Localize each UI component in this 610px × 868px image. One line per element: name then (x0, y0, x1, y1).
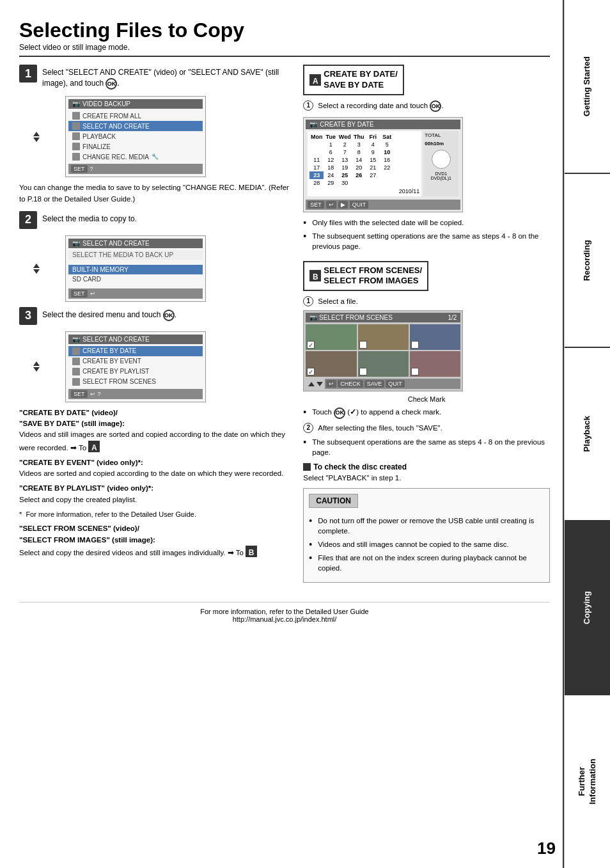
section-b-step1: 1 Select a file. (303, 296, 550, 306)
cal-hdr-sat: Sat (380, 133, 394, 141)
step3-menu-screenshot: 📷 SELECT AND CREATE CREATE BY DATE CREAT… (65, 331, 206, 402)
cbp-title: "CREATE BY PLAYLIST" (video only)*: (19, 484, 153, 492)
item-icon (72, 122, 80, 130)
footer: For more information, refer to the Detai… (19, 602, 550, 623)
scroll-arrows-2 (33, 264, 40, 274)
item-icon (72, 143, 80, 150)
step1-menu-wrapper: 📷 VIDEO BACKUP CREATE FROM ALL SELECT AN… (42, 96, 290, 177)
bullet-b-1: The subsequent operations are the same a… (303, 437, 550, 457)
arrow-down-icon (33, 138, 40, 142)
arrow-down-icon-2 (33, 269, 40, 274)
scenes-arrow-down (317, 382, 323, 386)
circle-2-b: 2 (303, 423, 313, 433)
sidebar-label-fi: FurtherInformation (577, 759, 598, 805)
cal-cell (380, 179, 394, 187)
cal-row-3: 17 18 19 20 21 22 (309, 164, 419, 171)
scroll-arrows-3 (33, 361, 40, 372)
caution-box: CAUTION Do not turn off the power or rem… (303, 488, 550, 583)
cal-cell: 7 (338, 148, 352, 156)
menu-item-from-scenes: SELECT FROM SCENES (68, 377, 203, 387)
cal-cell: 25 (338, 171, 352, 179)
to-check-title: To check the disc created (313, 462, 407, 471)
check-mark-5 (359, 368, 367, 375)
cal-cell: 30 (338, 179, 352, 187)
scene-thumb-1: ✓ (306, 324, 356, 350)
check-mark-1: ✓ (307, 341, 315, 349)
circle-1-b: 1 (303, 296, 313, 306)
cal-cell: 16 (380, 156, 394, 164)
cal-icon: 📷 (309, 121, 317, 128)
to-check-heading: To check the disc created (303, 462, 550, 471)
cal-cell (309, 141, 324, 148)
circle-1-a: 1 (303, 100, 313, 111)
step2-menu-wrapper: 📷 SELECT AND CREATE SELECT THE MEDIA TO … (42, 235, 290, 302)
bullet-b-touch: Touch OK (✓) to append a check mark. (303, 407, 550, 418)
ok-badge-b: OK (334, 407, 345, 419)
menu-bottom-bar-3: SET ↩ ? (68, 389, 203, 399)
playlist-icon (72, 368, 80, 375)
cal-cell: 26 (352, 171, 366, 179)
check-scenes: CHECK (338, 380, 363, 388)
quit-scenes: QUIT (386, 380, 405, 388)
check-mark-2 (359, 341, 367, 349)
section-b-bullets: The subsequent operations are the same a… (303, 437, 550, 457)
caution-list: Do not turn off the power or remove the … (309, 516, 544, 573)
cbd-title: "CREATE BY DATE" (video)/"SAVE BY DATE" … (19, 409, 125, 427)
cal-row-4: 23 24 25 26 27 (309, 171, 419, 179)
next-cal: ▶ (338, 201, 348, 209)
right-column: A CREATE BY DATE/SAVE BY DATE 1 Select a… (303, 65, 550, 583)
cal-hdr-thu: Thu (352, 133, 366, 141)
scene-thumb-6 (410, 351, 460, 377)
section-b-touch-list: Touch OK (✓) to append a check mark. (303, 407, 550, 418)
section-a-step1-text: Select a recording date and touch OK. (318, 100, 443, 112)
check-mark-6 (411, 368, 419, 375)
check-mark-label: Check Mark (303, 395, 550, 403)
scenes-icon (72, 378, 80, 386)
help-icon: ? (90, 166, 93, 172)
bullet-a-2: The subsequent setting operations are th… (303, 231, 550, 251)
sfs-title: "SELECT FROM SCENES" (video)/"SELECT FRO… (19, 525, 155, 543)
cal-body: Mon Tue Wed Thu Fri Sat 1 (306, 129, 460, 198)
section-b-step2: 2 After selecting the files, touch "SAVE… (303, 423, 550, 433)
menu-item-by-event: CREATE BY EVENT (68, 356, 203, 367)
menu-icon-3: 📷 (72, 336, 80, 343)
cbe-title: "CREATE BY EVENT" (video only)*: (19, 459, 143, 466)
menu-item-create-from-all: CREATE FROM ALL (68, 111, 203, 121)
footer-url: http://manual.jvc.co.jp/index.html/ (233, 615, 337, 623)
menu-title-1: VIDEO BACKUP (82, 100, 130, 107)
step3-menu-wrapper: 📷 SELECT AND CREATE CREATE BY DATE CREAT… (42, 331, 290, 402)
save-scenes: SAVE (364, 380, 384, 388)
left-column: 1 Select "SELECT AND CREATE" (video) or … (19, 65, 290, 583)
arrow-up-icon-2 (33, 264, 40, 268)
menu-icon-2: 📷 (72, 240, 80, 247)
back-icon-3: ↩ (90, 391, 95, 397)
menu-item-change-rec: CHANGE REC. MEDIA 🔧 (68, 152, 203, 162)
cal-cell (366, 179, 380, 187)
cal-cell: 14 (352, 156, 366, 164)
calendar-screenshot: 📷 CREATE BY DATE Mon Tue Wed Thu Fri Sat (303, 117, 463, 212)
caution-item-2: Videos and still images cannot be copied… (309, 539, 544, 549)
arrow-up-icon-3 (33, 361, 40, 366)
ok-badge-step3: OK (163, 310, 175, 321)
menu-title-3: SELECT AND CREATE (82, 336, 150, 343)
cal-cell: 11 (309, 156, 324, 164)
section-a-step1: 1 Select a recording date and touch OK. (303, 100, 550, 112)
set-btn-3: SET (71, 390, 88, 398)
page-subtitle: Select video or still image mode. (19, 43, 550, 57)
back-cal: ↩ (326, 201, 336, 209)
item-icon (72, 132, 80, 140)
label-b-1: B (246, 546, 257, 557)
desc-create-by-date: "CREATE BY DATE" (video)/"SAVE BY DATE" … (19, 407, 290, 454)
help-icon-3: ? (98, 391, 101, 397)
sidebar-copying: Copying (565, 521, 610, 695)
cal-title: CREATE BY DATE (320, 121, 373, 128)
step-3-text: Select the desired menu and touch OK. (42, 307, 176, 321)
menu-item-builtin: BUILT-IN MEMORY (68, 265, 203, 274)
footer-text: For more information, refer to the Detai… (200, 608, 369, 615)
label-b-heading: B (309, 270, 321, 281)
item-icon (72, 112, 80, 120)
menu-title-bar-2: 📷 SELECT AND CREATE (68, 239, 203, 248)
cal-cell: 20 (352, 164, 366, 171)
menu-item-sdcard: SD CARD (68, 274, 203, 284)
cal-cell: 18 (324, 164, 338, 171)
